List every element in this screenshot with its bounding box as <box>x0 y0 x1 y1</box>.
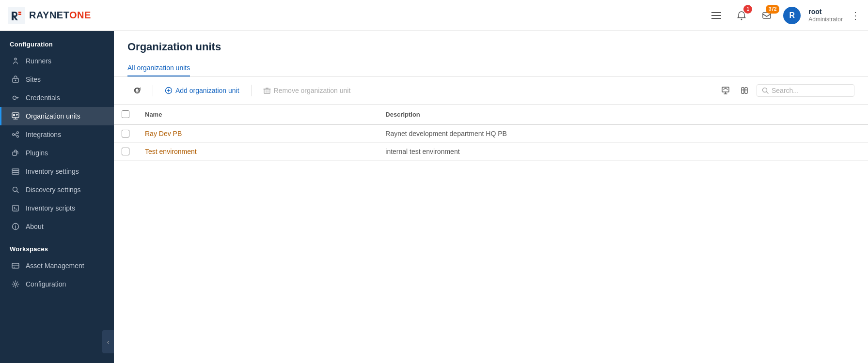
svg-rect-26 <box>12 263 19 268</box>
sidebar-item-plugins-label: Plugins <box>26 149 48 157</box>
about-icon <box>11 222 20 231</box>
refresh-btn[interactable] <box>127 84 147 97</box>
svg-point-7 <box>15 58 16 60</box>
svg-rect-27 <box>14 267 15 268</box>
messages-btn[interactable]: 372 <box>758 7 775 24</box>
svg-rect-34 <box>742 90 744 91</box>
org-icon <box>11 112 20 121</box>
toolbar: Add organization unit Remove organizatio… <box>114 77 868 105</box>
svg-rect-14 <box>16 116 17 117</box>
logo: RAYNETONE <box>8 7 91 24</box>
row-name[interactable]: Test environment <box>137 143 378 161</box>
sidebar-item-inventory-settings[interactable]: Inventory settings <box>0 162 114 181</box>
svg-rect-21 <box>12 173 19 174</box>
columns-icon <box>741 86 749 95</box>
sidebar-item-organization-units[interactable]: Organization units <box>0 107 114 125</box>
add-organization-unit-btn[interactable]: Add organization unit <box>159 84 245 97</box>
svg-point-28 <box>15 283 17 286</box>
sidebar-item-organization-units-label: Organization units <box>26 112 80 120</box>
search-box <box>757 84 854 97</box>
search-input[interactable] <box>772 87 849 94</box>
sidebar-item-sites[interactable]: Sites <box>0 70 114 89</box>
sidebar-item-discovery-settings-label: Discovery settings <box>26 186 81 194</box>
svg-rect-3 <box>711 18 721 19</box>
tab-all-organization-units[interactable]: All organization units <box>127 60 190 76</box>
refresh-icon <box>133 87 141 94</box>
more-options-btn[interactable]: ⋮ <box>851 10 860 21</box>
sidebar-section-configuration: Configuration <box>0 31 114 52</box>
sidebar-item-runners[interactable]: Runners <box>0 52 114 70</box>
notifications-btn[interactable]: 1 <box>733 7 750 24</box>
table-container: Name Description Ray Dev PBRaynet develo… <box>114 105 868 363</box>
col-name: Name <box>137 105 378 124</box>
svg-rect-33 <box>745 88 747 93</box>
row-checkbox-cell <box>114 124 137 143</box>
sidebar-item-about[interactable]: About <box>0 217 114 236</box>
sidebar-item-integrations-label: Integrations <box>26 131 61 138</box>
divider-1 <box>153 85 153 96</box>
credentials-icon <box>11 93 20 102</box>
runner-icon <box>11 57 20 65</box>
main-layout: Configuration Runners Sites Credentials … <box>0 31 868 363</box>
sidebar-item-ws-configuration-label: Configuration <box>26 280 66 288</box>
row-name[interactable]: Ray Dev PB <box>137 124 378 143</box>
svg-point-16 <box>17 132 19 134</box>
svg-rect-18 <box>13 152 16 155</box>
sidebar-item-integrations[interactable]: Integrations <box>0 125 114 144</box>
row-checkbox[interactable] <box>122 148 129 155</box>
row-checkbox[interactable] <box>122 130 129 137</box>
page-title: Organization units <box>127 41 854 53</box>
sidebar-item-inventory-scripts-label: Inventory scripts <box>26 204 75 212</box>
table-row: Test environmentinternal test environmen… <box>114 143 868 161</box>
sidebar-item-asset-management[interactable]: Asset Management <box>0 257 114 275</box>
logo-icon <box>8 7 25 24</box>
svg-point-5 <box>741 18 742 20</box>
sites-icon <box>11 75 20 84</box>
collapse-sidebar-btn[interactable]: ‹ <box>102 330 114 353</box>
svg-rect-12 <box>13 114 15 116</box>
content-header: Organization units All organization unit… <box>114 31 868 77</box>
notifications-badge: 1 <box>743 5 752 14</box>
inventory-settings-icon <box>11 167 20 176</box>
asset-icon <box>11 261 20 270</box>
discovery-settings-icon <box>11 185 20 194</box>
sidebar-item-plugins[interactable]: Plugins <box>0 144 114 162</box>
sidebar-item-about-label: About <box>26 223 44 230</box>
messages-badge: 372 <box>766 5 779 14</box>
app-header: RAYNETONE 1 372 R root Administrator ⋮ <box>0 0 868 31</box>
inventory-scripts-icon <box>11 204 20 212</box>
row-checkbox-cell <box>114 143 137 161</box>
select-all-checkbox[interactable] <box>122 110 129 118</box>
sidebar-item-inventory-scripts[interactable]: Inventory scripts <box>0 199 114 217</box>
export-icon <box>721 86 730 95</box>
col-description: Description <box>378 105 868 124</box>
logo-text: RAYNETONE <box>29 10 91 21</box>
sidebar-item-runners-label: Runners <box>26 57 51 65</box>
menu-icon-btn[interactable] <box>708 7 725 24</box>
sidebar-section-workspaces: Workspaces <box>0 236 114 257</box>
user-name: root <box>808 7 843 16</box>
sidebar-item-ws-configuration[interactable]: Configuration <box>0 275 114 293</box>
trash-icon <box>263 87 271 94</box>
tabs-bar: All organization units <box>127 60 854 76</box>
collapse-sidebar-area: ‹ <box>102 330 114 353</box>
export-btn[interactable] <box>718 83 733 98</box>
svg-rect-20 <box>12 171 19 172</box>
table-body: Ray Dev PBRaynet development department … <box>114 124 868 161</box>
svg-rect-23 <box>13 205 18 211</box>
add-circle-icon <box>165 87 173 94</box>
columns-btn[interactable] <box>737 83 753 98</box>
remove-organization-unit-btn[interactable]: Remove organization unit <box>257 84 357 97</box>
svg-rect-19 <box>12 169 19 170</box>
sidebar-item-discovery-settings[interactable]: Discovery settings <box>0 181 114 199</box>
integrations-icon <box>11 130 20 139</box>
add-btn-label: Add organization unit <box>175 87 239 94</box>
sidebar-item-credentials[interactable]: Credentials <box>0 89 114 107</box>
plugins-icon <box>11 149 20 157</box>
table-header-row: Name Description <box>114 105 868 124</box>
svg-point-17 <box>17 136 19 137</box>
col-checkbox <box>114 105 137 124</box>
sidebar-item-credentials-label: Credentials <box>26 94 60 102</box>
svg-point-15 <box>13 134 15 136</box>
header-actions: 1 372 R root Administrator ⋮ <box>708 7 860 24</box>
